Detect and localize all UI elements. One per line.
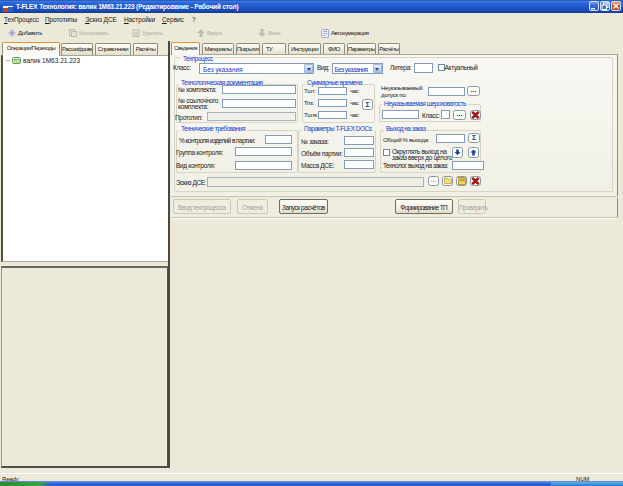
svg-text:ТП: ТП [13, 58, 20, 64]
